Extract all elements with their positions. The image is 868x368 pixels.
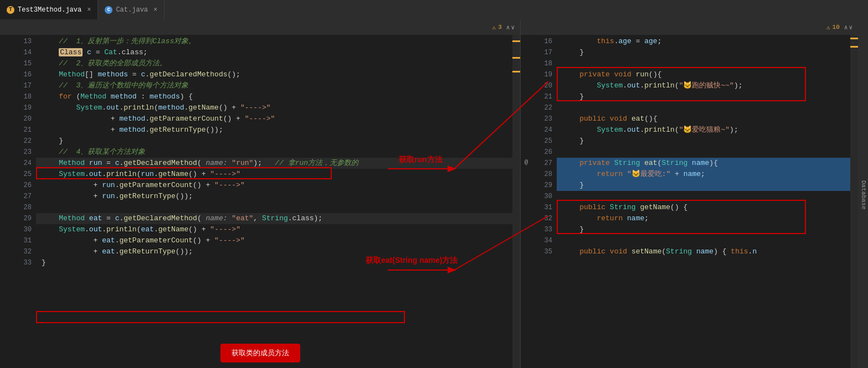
right-code-line-24: System.out.println("🐱爱吃猫粮~"); [557,125,850,136]
margin-26 [0,179,11,190]
right-margin-16 [521,35,532,46]
warning-triangle-icon: ⚠ [492,24,496,31]
right-code-line-26 [557,147,850,158]
code-line-14: Class c = Cat.class; [36,47,512,58]
right-margin-27: @ [521,157,532,168]
right-code-line-23: public void eat(){ [557,113,850,125]
tab-left-label: Test3Method.java [18,6,81,14]
ln-27: 27 [11,191,32,202]
right-code-line-21: } [557,91,850,102]
ln-16: 16 [11,69,32,80]
right-margin-17 [521,46,532,57]
arrow-up-icon[interactable]: ∧ [506,24,510,31]
right-margin-29 [521,179,532,190]
ln-15: 15 [11,58,32,69]
left-nav-arrows[interactable]: ∧ ∨ [506,24,515,31]
left-warning-count: 3 [498,24,502,30]
tab-bar: T Test3Method.java × c Cat.java × [0,0,868,19]
code-line-20: + method.getParameterCount() + "---->" [36,113,512,125]
margin-15 [0,57,11,68]
code-line-17: // 3、遍历这个数组中的每个方法对象 [36,80,512,91]
ln-20: 20 [11,113,32,125]
tab-right-close[interactable]: × [153,6,157,14]
arrow-down-icon[interactable]: ∨ [511,24,515,31]
overview-mark-3 [512,71,520,72]
ln-28: 28 [11,202,32,213]
ln-32: 32 [11,246,32,257]
right-code-line-25: } [557,136,850,147]
ln-13: 13 [11,36,32,47]
right-arrow-down-icon[interactable]: ∨ [849,24,852,31]
right-code-line-27: private String eat(String name){ [557,158,850,169]
right-code-line-28: return "🐱最爱吃:" + name; [557,169,850,180]
right-margin-30 [521,190,532,201]
margin-18 [0,90,11,101]
right-margin-25 [521,134,532,146]
right-code-line-19: private void run(){ [557,69,850,80]
tab-left-close[interactable]: × [87,6,91,14]
bottom-button[interactable]: 获取类的成员方法 [220,344,300,362]
tab-left-icon: T [7,6,14,14]
ln-23: 23 [11,147,32,158]
margin-23 [0,146,11,157]
code-line-32: + eat.getReturnType()); [36,246,512,257]
ln-29: 29 [11,213,32,224]
right-editor-pane: ⚠ 10 ∧ ∨ [521,19,858,368]
code-line-27: + run.getReturnType()); [36,191,512,202]
margin-27 [0,190,11,201]
margin-32 [0,245,11,256]
database-label[interactable]: Database [859,176,868,214]
margin-20 [0,112,11,123]
right-margin-24 [521,123,532,134]
tab-left[interactable]: T Test3Method.java × [0,0,98,19]
ln-21: 21 [11,125,32,136]
margin-22 [0,134,11,146]
ln-18: 18 [11,91,32,102]
right-margin-28 [521,168,532,179]
right-margin-35 [521,245,532,256]
right-arrow-up-icon[interactable]: ∧ [844,24,848,31]
margin-19 [0,101,11,112]
left-editor-pane: ⚠ 3 ∧ ∨ [0,19,521,368]
left-margin [0,35,11,368]
ln-14: 14 [11,47,32,58]
editors-row: ⚠ 3 ∧ ∨ [0,19,868,368]
ln-26: 26 [11,180,32,191]
code-line-29: Method eat = c.getDeclaredMethod( name: … [36,213,512,224]
right-margin-18 [521,57,532,68]
code-line-19: System.out.println(method.getName() + "-… [36,102,512,113]
right-line-numbers: 16 17 18 19 20 21 22 23 24 25 26 27 28 2… [532,35,557,368]
tab-right[interactable]: c Cat.java × [98,0,165,19]
ln-25: 25 [11,169,32,180]
left-line-numbers: 13 14 15 16 17 18 19 20 21 22 23 24 25 2… [11,35,36,368]
right-code-line-32: return name; [557,213,850,224]
code-line-26: + run.getParameterCount() + "---->" [36,180,512,191]
right-code-line-20: System.out.println("🐱跑的贼快~~"); [557,80,850,91]
right-warning-count: 10 [833,24,840,30]
code-line-25: System.out.println(run.getName() + "----… [36,169,512,180]
code-line-23: // 4、获取某个方法对象 [36,147,512,158]
left-code-content[interactable]: // 1、反射第一步：先得到Class对象。 Class c = Cat.cla… [36,35,512,368]
ln-31: 31 [11,235,32,246]
right-code-content[interactable]: this.age = age; } private void run(){ [557,35,850,368]
left-editor-header: ⚠ 3 ∧ ∨ [0,19,520,35]
right-margin-20 [521,79,532,90]
code-line-13: // 1、反射第一步：先得到Class对象。 [36,36,512,47]
code-line-21: + method.getReturnType()); [36,125,512,136]
right-sidebar[interactable]: Database [858,19,868,368]
margin-33 [0,256,11,267]
right-editor-header: ⚠ 10 ∧ ∨ [521,19,858,35]
code-line-28 [36,202,512,213]
right-code-line-30 [557,191,850,202]
ln-30: 30 [11,224,32,235]
right-nav-arrows[interactable]: ∧ ∨ [844,24,852,31]
margin-21 [0,123,11,134]
right-margin-31 [521,201,532,212]
right-margin-32 [521,212,532,223]
code-line-18: for (Method method : methods) { [36,91,512,102]
code-line-24: Method run = c.getDeclaredMethod( name: … [36,158,512,169]
code-line-31: + eat.getParameterCount() + "---->" [36,235,512,246]
ln-24: 24 [11,158,32,169]
ln-19: 19 [11,102,32,113]
right-code-line-17: } [557,47,850,58]
